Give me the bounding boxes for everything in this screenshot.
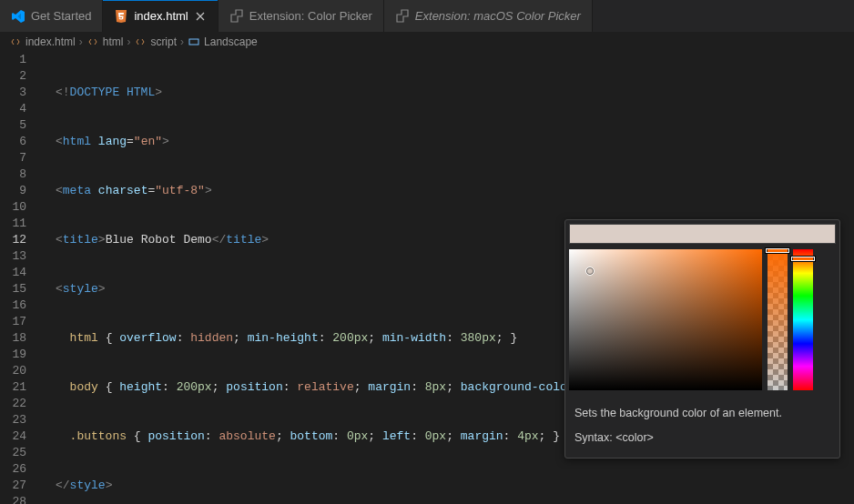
color-picker-popup: Sets the background color of an element.… bbox=[564, 219, 840, 459]
tab-get-started[interactable]: Get Started bbox=[0, 0, 103, 32]
line-number: 24 bbox=[0, 428, 26, 445]
code-line[interactable]: <html lang="en"> bbox=[43, 134, 854, 150]
line-number: 3 bbox=[0, 85, 26, 101]
alpha-slider[interactable] bbox=[768, 249, 788, 390]
color-picker-description: Sets the background color of an element.… bbox=[565, 398, 839, 458]
code-editor[interactable]: 1234567891011121314151617181920212223242… bbox=[0, 52, 854, 504]
symbol-code-icon bbox=[134, 35, 147, 48]
tab-label: Extension: Color Picker bbox=[249, 9, 372, 23]
line-number: 14 bbox=[0, 265, 26, 281]
code-line[interactable]: </style> bbox=[43, 478, 854, 494]
breadcrumb-item[interactable]: Landscape bbox=[188, 35, 258, 48]
alpha-handle-icon[interactable] bbox=[766, 248, 789, 253]
line-number: 18 bbox=[0, 330, 26, 347]
line-number: 27 bbox=[0, 478, 26, 494]
line-number: 1 bbox=[0, 52, 26, 68]
line-number: 6 bbox=[0, 134, 26, 150]
tab-ext-macos-color-picker[interactable]: Extension: macOS Color Picker bbox=[384, 0, 593, 32]
saturation-panel[interactable] bbox=[569, 249, 762, 390]
breadcrumb-label: index.html bbox=[25, 35, 76, 48]
extension-icon bbox=[395, 9, 410, 24]
line-number: 19 bbox=[0, 347, 26, 363]
extension-icon bbox=[229, 9, 244, 24]
line-number: 16 bbox=[0, 297, 26, 314]
close-icon[interactable] bbox=[194, 10, 207, 23]
line-number: 11 bbox=[0, 216, 26, 232]
breadcrumb: index.html › html › script › Landscape bbox=[0, 32, 854, 52]
vscode-icon bbox=[11, 9, 25, 24]
line-number: 10 bbox=[0, 199, 26, 216]
tab-label: Get Started bbox=[31, 9, 91, 23]
chevron-right-icon: › bbox=[79, 35, 83, 48]
hue-handle-icon[interactable] bbox=[791, 257, 815, 261]
hue-slider[interactable] bbox=[793, 249, 813, 390]
line-number: 5 bbox=[0, 117, 26, 134]
line-number: 12 bbox=[0, 232, 26, 248]
symbol-var-icon bbox=[188, 35, 200, 48]
chevron-right-icon: › bbox=[180, 35, 184, 48]
color-syntax-line: Syntax: <color> bbox=[574, 428, 830, 448]
line-number: 28 bbox=[0, 494, 26, 504]
line-number: 22 bbox=[0, 396, 26, 412]
line-number: 26 bbox=[0, 461, 26, 478]
saturation-marker-icon[interactable] bbox=[585, 267, 595, 276]
line-number: 8 bbox=[0, 166, 26, 183]
breadcrumb-item[interactable]: script bbox=[134, 35, 177, 48]
color-desc-text: Sets the background color of an element. bbox=[574, 404, 830, 423]
line-number: 15 bbox=[0, 281, 26, 297]
breadcrumb-label: html bbox=[103, 35, 124, 48]
line-number: 7 bbox=[0, 150, 26, 166]
line-number-gutter: 1234567891011121314151617181920212223242… bbox=[0, 52, 43, 504]
line-number: 23 bbox=[0, 412, 26, 428]
line-number: 4 bbox=[0, 101, 26, 117]
code-line[interactable]: <meta charset="utf-8"> bbox=[43, 183, 854, 199]
line-number: 2 bbox=[0, 68, 26, 85]
chevron-right-icon: › bbox=[127, 35, 130, 48]
line-number: 20 bbox=[0, 363, 26, 379]
line-number: 21 bbox=[0, 379, 26, 396]
line-number: 9 bbox=[0, 183, 26, 199]
tab-bar: Get Started index.html Extension: Color … bbox=[0, 0, 854, 32]
breadcrumb-item[interactable]: index.html bbox=[9, 35, 76, 48]
breadcrumb-label: Landscape bbox=[204, 35, 258, 48]
color-picker-body bbox=[565, 246, 839, 398]
syntax-label: Syntax: bbox=[574, 431, 615, 444]
line-number: 17 bbox=[0, 314, 26, 330]
tab-label: index.html bbox=[134, 9, 188, 23]
symbol-code-icon bbox=[86, 35, 99, 48]
line-number: 13 bbox=[0, 248, 26, 265]
line-number: 25 bbox=[0, 445, 26, 461]
file-code-icon bbox=[9, 35, 22, 48]
tab-ext-color-picker[interactable]: Extension: Color Picker bbox=[219, 0, 384, 32]
svg-rect-0 bbox=[189, 39, 198, 45]
tab-index-html[interactable]: index.html bbox=[103, 0, 218, 32]
code-line[interactable]: <!DOCTYPE HTML> bbox=[43, 85, 854, 101]
breadcrumb-label: script bbox=[150, 35, 177, 48]
color-preview-bar[interactable] bbox=[569, 224, 836, 244]
breadcrumb-item[interactable]: html bbox=[86, 35, 124, 48]
tab-label: Extension: macOS Color Picker bbox=[415, 9, 581, 23]
syntax-value: <color> bbox=[615, 431, 654, 444]
html-icon bbox=[114, 9, 128, 24]
